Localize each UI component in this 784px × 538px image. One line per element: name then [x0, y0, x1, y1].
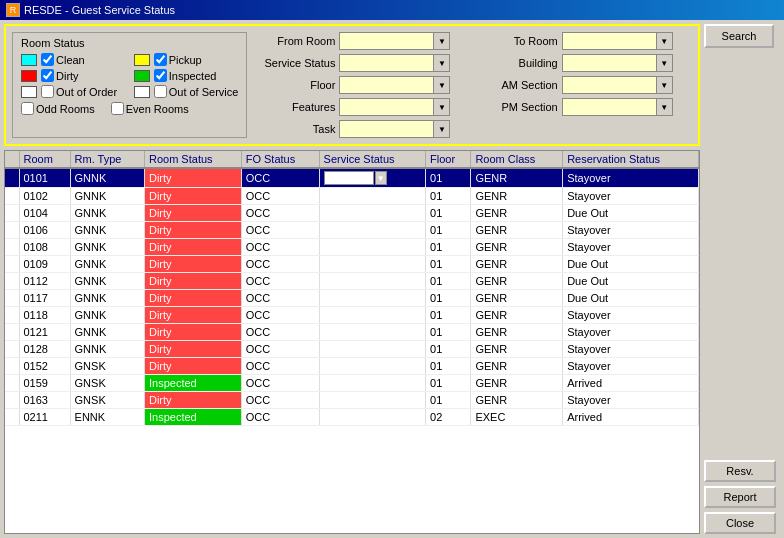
table-row[interactable]: 0101 GNNK Dirty OCC ▼ 01 GENR Stayover	[5, 168, 699, 188]
close-button[interactable]: Close	[704, 512, 776, 534]
from-room-dropdown[interactable]: ▼	[434, 32, 450, 50]
x-col	[5, 256, 19, 273]
task-label: Task	[255, 123, 335, 135]
odd-rooms-label[interactable]: Odd Rooms	[21, 102, 95, 115]
am-section-dropdown[interactable]: ▼	[657, 76, 673, 94]
room-status-col: Dirty	[144, 307, 241, 324]
task-input[interactable]	[339, 120, 434, 138]
odd-rooms-checkbox[interactable]	[21, 102, 34, 115]
search-button[interactable]: Search	[704, 24, 774, 48]
service-status-row: Service Status ▼	[255, 54, 469, 72]
pm-section-dropdown[interactable]: ▼	[657, 98, 673, 116]
room-class-col: GENR	[471, 307, 563, 324]
from-room-input[interactable]	[339, 32, 434, 50]
col-fo-status[interactable]: FO Status	[241, 151, 319, 168]
fo-status-col: OCC	[241, 168, 319, 188]
room-col: 0104	[19, 205, 70, 222]
reservation-status-col: Stayover	[563, 392, 699, 409]
pickup-checkbox-label[interactable]: Pickup	[154, 53, 202, 66]
dirty-checkbox[interactable]	[41, 69, 54, 82]
am-section-input[interactable]	[562, 76, 657, 94]
to-room-input[interactable]	[562, 32, 657, 50]
to-room-dropdown[interactable]: ▼	[657, 32, 673, 50]
col-rm-type[interactable]: Rm. Type	[70, 151, 144, 168]
floor-dropdown[interactable]: ▼	[434, 76, 450, 94]
building-label: Building	[478, 57, 558, 69]
table-row[interactable]: 0163 GNSK Dirty OCC 01 GENR Stayover	[5, 392, 699, 409]
table-row[interactable]: 0112 GNNK Dirty OCC 01 GENR Due Out	[5, 273, 699, 290]
table-row[interactable]: 0211 ENNK Inspected OCC 02 EXEC Arrived	[5, 409, 699, 426]
service-status-input[interactable]	[339, 54, 434, 72]
features-input-wrap: ▼	[339, 98, 450, 116]
dirty-checkbox-label[interactable]: Dirty	[41, 69, 79, 82]
table-row[interactable]: 0109 GNNK Dirty OCC 01 GENR Due Out	[5, 256, 699, 273]
room-col: 0159	[19, 375, 70, 392]
room-status-col: Dirty	[144, 188, 241, 205]
col-room-class[interactable]: Room Class	[471, 151, 563, 168]
col-room-status[interactable]: Room Status	[144, 151, 241, 168]
fo-status-col: OCC	[241, 307, 319, 324]
clean-checkbox[interactable]	[41, 53, 54, 66]
inspected-checkbox[interactable]	[154, 69, 167, 82]
form-grid: From Room ▼ To Room ▼ Service Status	[255, 32, 692, 138]
table-row[interactable]: 0121 GNNK Dirty OCC 01 GENR Stayover	[5, 324, 699, 341]
task-dropdown[interactable]: ▼	[434, 120, 450, 138]
even-rooms-label[interactable]: Even Rooms	[111, 102, 189, 115]
building-input[interactable]	[562, 54, 657, 72]
features-input[interactable]	[339, 98, 434, 116]
floor-input[interactable]	[339, 76, 434, 94]
pickup-color	[134, 54, 150, 66]
inspected-checkbox-label[interactable]: Inspected	[154, 69, 217, 82]
service-status-label: Service Status	[255, 57, 335, 69]
x-col	[5, 409, 19, 426]
table-row[interactable]: 0102 GNNK Dirty OCC 01 GENR Stayover	[5, 188, 699, 205]
clean-checkbox-label[interactable]: Clean	[41, 53, 85, 66]
table-row[interactable]: 0106 GNNK Dirty OCC 01 GENR Stayover	[5, 222, 699, 239]
out-of-service-checkbox-label[interactable]: Out of Service	[154, 85, 239, 98]
service-status-dropdown[interactable]: ▼	[434, 54, 450, 72]
am-section-label: AM Section	[478, 79, 558, 91]
table-container[interactable]: Room Rm. Type Room Status FO Status Serv…	[5, 151, 699, 533]
table-body: 0101 GNNK Dirty OCC ▼ 01 GENR Stayover 0…	[5, 168, 699, 426]
even-rooms-checkbox[interactable]	[111, 102, 124, 115]
resv-button[interactable]: Resv.	[704, 460, 776, 482]
pm-section-input[interactable]	[562, 98, 657, 116]
table-row[interactable]: 0128 GNNK Dirty OCC 01 GENR Stayover	[5, 341, 699, 358]
table-row[interactable]: 0117 GNNK Dirty OCC 01 GENR Due Out	[5, 290, 699, 307]
room-status-col: Inspected	[144, 409, 241, 426]
clean-color	[21, 54, 37, 66]
reservation-status-col: Arrived	[563, 375, 699, 392]
table-row[interactable]: 0104 GNNK Dirty OCC 01 GENR Due Out	[5, 205, 699, 222]
building-dropdown[interactable]: ▼	[657, 54, 673, 72]
out-of-order-checkbox[interactable]	[41, 85, 54, 98]
room-class-col: GENR	[471, 290, 563, 307]
table-row[interactable]: 0118 GNNK Dirty OCC 01 GENR Stayover	[5, 307, 699, 324]
room-status-col: Dirty	[144, 239, 241, 256]
service-status-cell[interactable]: ▼	[319, 168, 425, 188]
col-service-status[interactable]: Service Status	[319, 151, 425, 168]
room-class-col: GENR	[471, 392, 563, 409]
room-class-col: GENR	[471, 222, 563, 239]
room-col: 0211	[19, 409, 70, 426]
floor-col: 01	[426, 392, 471, 409]
app-icon: R	[6, 3, 20, 17]
table-row[interactable]: 0159 GNSK Inspected OCC 01 GENR Arrived	[5, 375, 699, 392]
floor-col: 01	[426, 324, 471, 341]
col-reservation-status[interactable]: Reservation Status	[563, 151, 699, 168]
report-button[interactable]: Report	[704, 486, 776, 508]
col-floor[interactable]: Floor	[426, 151, 471, 168]
fo-status-col: OCC	[241, 409, 319, 426]
room-status-col: Dirty	[144, 205, 241, 222]
pickup-checkbox[interactable]	[154, 53, 167, 66]
col-x[interactable]	[5, 151, 19, 168]
table-row[interactable]: 0152 GNSK Dirty OCC 01 GENR Stayover	[5, 358, 699, 375]
floor-col: 01	[426, 358, 471, 375]
table-row[interactable]: 0108 GNNK Dirty OCC 01 GENR Stayover	[5, 239, 699, 256]
out-of-order-checkbox-label[interactable]: Out of Order	[41, 85, 117, 98]
features-dropdown[interactable]: ▼	[434, 98, 450, 116]
room-col: 0109	[19, 256, 70, 273]
col-room[interactable]: Room	[19, 151, 70, 168]
out-of-service-checkbox[interactable]	[154, 85, 167, 98]
table-section: Room Rm. Type Room Status FO Status Serv…	[4, 150, 700, 534]
am-section-input-wrap: ▼	[562, 76, 673, 94]
